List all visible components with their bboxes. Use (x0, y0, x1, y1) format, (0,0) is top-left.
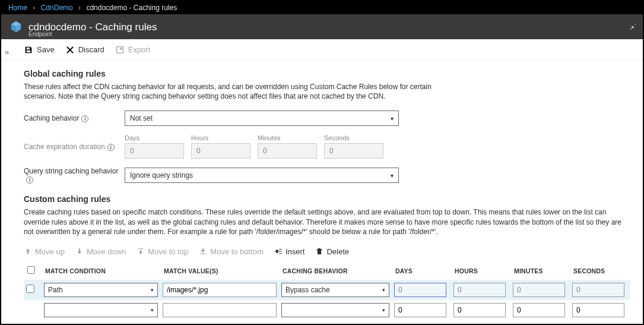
export-icon (115, 45, 125, 55)
row-minutes-input[interactable] (513, 303, 565, 317)
rules-header: MATCH CONDITION MATCH VALUE(S) CACHING B… (24, 262, 630, 280)
hours-label: Hours (191, 134, 250, 141)
table-row[interactable]: Path▾ Bypass cache▾ (24, 280, 630, 300)
breadcrumb-sep: › (29, 4, 39, 12)
custom-heading: Custom caching rules (24, 194, 630, 204)
match-value-input[interactable] (163, 303, 277, 317)
row-seconds-input[interactable] (572, 303, 624, 317)
expand-handle[interactable]: » (5, 48, 9, 56)
breadcrumb-cdndemo[interactable]: CdnDemo (41, 4, 73, 12)
query-behavior-value: Ignore query strings (130, 171, 193, 179)
discard-label: Discard (78, 45, 104, 54)
match-condition-select[interactable]: ▾ (44, 303, 158, 317)
info-icon[interactable]: i (26, 176, 33, 184)
row-checkbox[interactable] (26, 285, 34, 293)
breadcrumb-current: cdndocdemo - Caching rules (86, 4, 177, 12)
info-icon[interactable]: i (81, 115, 88, 122)
col-minutes: MINUTES (510, 267, 570, 274)
chevron-down-icon: ▾ (382, 307, 385, 313)
discard-button[interactable]: Discard (65, 45, 104, 55)
hours-input (191, 143, 250, 159)
row-days-input[interactable] (394, 303, 446, 317)
insert-icon (274, 247, 283, 255)
seconds-label: Seconds (324, 134, 383, 141)
global-heading: Global caching rules (24, 69, 630, 78)
chevron-down-icon: ▾ (391, 115, 394, 122)
caching-behavior-label: Caching behaviori (24, 114, 125, 122)
breadcrumb-sep: › (75, 4, 84, 12)
row-minutes-input (513, 283, 565, 297)
table-row[interactable]: ▾ ▾ (24, 300, 630, 320)
save-button[interactable]: Save (24, 45, 55, 55)
save-label: Save (37, 45, 55, 54)
page-subtitle: Endpoint (28, 31, 52, 37)
chevron-down-icon: ▾ (151, 307, 154, 313)
rules-toolbar: Move up Move down Move to top Move to bo… (24, 247, 630, 256)
col-match-values: MATCH VALUE(S) (160, 267, 279, 274)
query-behavior-label: Query string caching behaviori (24, 167, 125, 184)
move-top-button: Move to top (137, 247, 188, 256)
export-label: Export (128, 45, 151, 54)
svg-rect-0 (116, 46, 123, 53)
move-bottom-button: Move to bottom (199, 247, 264, 256)
save-icon (24, 45, 33, 55)
duration-group: Days Hours Minutes Seconds (125, 134, 383, 159)
col-days: DAYS (392, 267, 451, 274)
days-label: Days (125, 134, 184, 141)
caching-behavior-value: Not set (130, 114, 153, 122)
expiration-label: Cache expiration durationi (24, 143, 125, 151)
match-value-input[interactable] (163, 283, 277, 297)
close-icon (65, 45, 75, 55)
page-title: cdndocdemo - Caching rules (28, 22, 157, 32)
match-condition-select[interactable]: Path▾ (44, 283, 158, 297)
custom-desc: Create caching rules based on specific m… (24, 207, 629, 236)
caching-behavior-select[interactable]: Not set ▾ (125, 111, 399, 126)
col-hours: HOURS (451, 267, 510, 274)
row-hours-input[interactable] (453, 303, 506, 317)
command-bar: Save Discard Export (1, 39, 643, 61)
breadcrumb-home[interactable]: Home (8, 4, 27, 12)
row-hours-input (453, 283, 506, 297)
col-match-condition: MATCH CONDITION (42, 267, 160, 274)
move-down-button: Move down (75, 247, 126, 256)
trash-icon (315, 247, 323, 255)
move-up-button: Move up (24, 247, 65, 256)
col-seconds: SECONDS (570, 267, 629, 274)
title-bar: cdndocdemo - Caching rules Endpoint (1, 14, 643, 39)
select-all-checkbox[interactable] (27, 266, 35, 274)
content-scroll[interactable]: Global caching rules These rules affect … (1, 61, 643, 324)
row-days-input (394, 283, 446, 297)
arrow-up-icon (24, 247, 32, 255)
pin-icon[interactable] (629, 22, 637, 32)
endpoint-icon (9, 20, 23, 33)
info-icon[interactable]: i (107, 144, 115, 151)
delete-button[interactable]: Delete (315, 247, 349, 256)
row-seconds-input (572, 283, 624, 297)
seconds-input (324, 143, 383, 159)
chevron-down-icon: ▾ (151, 287, 154, 293)
col-caching-behavior: CACHING BEHAVIOR (279, 267, 392, 274)
minutes-input (258, 143, 317, 159)
breadcrumb: Home › CdnDemo › cdndocdemo - Caching ru… (1, 1, 643, 14)
caching-behavior-row-select[interactable]: ▾ (281, 303, 389, 317)
chevron-down-icon: ▾ (391, 172, 394, 179)
minutes-label: Minutes (258, 134, 317, 141)
caching-behavior-row-select[interactable]: Bypass cache▾ (281, 283, 389, 297)
chevron-down-icon: ▾ (382, 287, 385, 293)
arrow-bottom-icon (199, 247, 207, 255)
rules-table: MATCH CONDITION MATCH VALUE(S) CACHING B… (24, 262, 630, 320)
export-button: Export (115, 45, 151, 55)
days-input (125, 143, 184, 159)
arrow-down-icon (75, 247, 84, 255)
arrow-top-icon (137, 247, 145, 255)
insert-button[interactable]: Insert (274, 247, 305, 256)
global-desc: These rules affect the CDN caching behav… (24, 82, 451, 101)
query-behavior-select[interactable]: Ignore query strings ▾ (125, 168, 399, 183)
